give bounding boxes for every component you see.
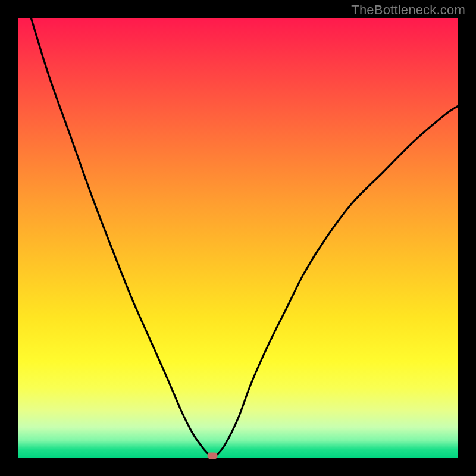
chart-frame: TheBottleneck.com <box>0 0 476 476</box>
watermark-text: TheBottleneck.com <box>351 2 465 18</box>
plot-area <box>18 18 458 458</box>
minimum-marker <box>208 452 218 459</box>
bottleneck-curve <box>18 18 458 458</box>
